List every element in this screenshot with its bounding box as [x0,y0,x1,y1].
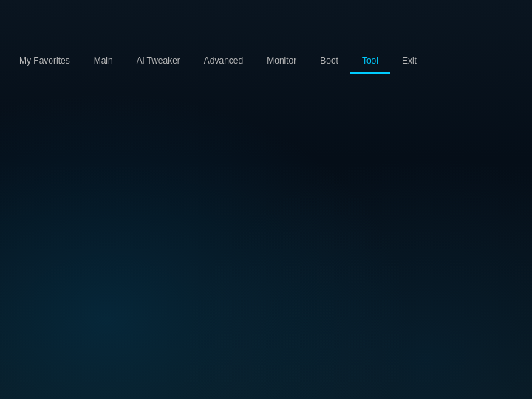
nav-ai-tweaker[interactable]: Ai Tweaker [125,49,192,72]
nav-boot[interactable]: Boot [308,49,350,72]
nav-monitor[interactable]: Monitor [255,49,308,72]
nav-main[interactable]: Main [82,49,125,72]
nav-exit[interactable]: Exit [390,49,429,72]
nav-advanced[interactable]: Advanced [192,49,255,72]
nav-my-favorites[interactable]: My Favorites [7,49,82,72]
nav-tool[interactable]: Tool [350,49,390,74]
